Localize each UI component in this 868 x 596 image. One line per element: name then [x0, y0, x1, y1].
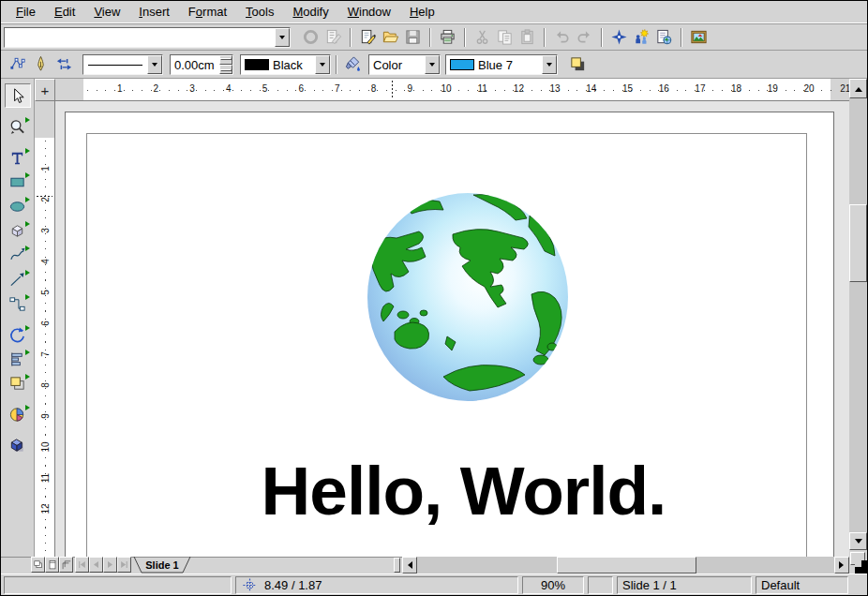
- select-tool-button[interactable]: [5, 83, 31, 108]
- alignment-tool-button[interactable]: [5, 347, 31, 371]
- menu-window[interactable]: Window: [338, 3, 400, 21]
- menu-help[interactable]: Help: [400, 3, 444, 21]
- insert-web-button[interactable]: [653, 27, 675, 48]
- slide-title-text[interactable]: Hello, World.: [79, 452, 848, 529]
- globe-image[interactable]: [365, 191, 571, 403]
- vertical-scrollbar-thumb[interactable]: [849, 204, 867, 282]
- hruler-number: 12: [514, 83, 524, 94]
- url-dropdown-button[interactable]: [275, 28, 290, 47]
- area-style-button[interactable]: [342, 54, 364, 75]
- rectangle-tool-button[interactable]: [5, 170, 31, 194]
- fill-color-dropdown-button[interactable]: [542, 55, 557, 74]
- fill-color-combobox[interactable]: Blue 7: [445, 54, 558, 75]
- horizontal-scrollbar-thumb[interactable]: [557, 557, 696, 574]
- status-panel-zoom[interactable]: 90%: [522, 576, 584, 594]
- menu-insert[interactable]: Insert: [129, 3, 179, 21]
- ruler-ticks: [45, 141, 46, 553]
- arrange-tool-button[interactable]: [5, 371, 31, 395]
- scroll-up-button[interactable]: [849, 79, 867, 98]
- status-panel-slide[interactable]: Slide 1 / 1: [617, 576, 752, 594]
- vertical-scrollbar[interactable]: [849, 79, 867, 550]
- scroll-right-button[interactable]: [834, 557, 849, 574]
- application-window: FileEditViewInsertFormatToolsModifyWindo…: [0, 0, 868, 596]
- zoom-tool-button[interactable]: [5, 114, 31, 139]
- tab-slide-1[interactable]: Slide 1: [133, 557, 191, 574]
- tab-label: Slide 1: [145, 559, 178, 571]
- new-document-icon: [359, 28, 377, 46]
- master-view-button[interactable]: [45, 557, 59, 573]
- spin-down-button[interactable]: [219, 65, 232, 74]
- zoom-icon: [8, 118, 26, 136]
- hruler-number: 16: [659, 83, 669, 94]
- arrow-ends-button[interactable]: [53, 54, 75, 75]
- menu-tools[interactable]: Tools: [236, 3, 283, 21]
- lines-arrows-tool-button[interactable]: [5, 267, 31, 291]
- line-width-value[interactable]: 0.00cm: [171, 55, 219, 74]
- url-field[interactable]: [5, 28, 275, 47]
- fill-type-value[interactable]: Color: [369, 55, 425, 74]
- menu-file[interactable]: File: [7, 3, 45, 21]
- open-button[interactable]: [380, 27, 401, 48]
- line-style-combobox[interactable]: [82, 54, 163, 75]
- menu-modify[interactable]: Modify: [283, 3, 337, 21]
- drawing-canvas[interactable]: Hello, World.: [55, 101, 849, 557]
- line-style-dropdown-button[interactable]: [147, 55, 162, 74]
- vruler-number: 3: [40, 228, 51, 233]
- spin-up-button[interactable]: [219, 55, 232, 65]
- slide-page[interactable]: Hello, World.: [65, 112, 834, 557]
- hruler-number: 2: [154, 83, 159, 94]
- print-button[interactable]: [437, 27, 458, 48]
- fill-type-dropdown-button[interactable]: [425, 55, 440, 74]
- ellipse-tool-button[interactable]: [5, 194, 31, 218]
- objects-3d-tool-button[interactable]: [5, 218, 31, 243]
- long-click-flag-icon: [25, 148, 30, 154]
- curve-tool-button[interactable]: [5, 243, 31, 267]
- fill-color-value[interactable]: Blue 7: [474, 55, 542, 74]
- long-click-flag-icon: [25, 197, 30, 202]
- status-panel-layout[interactable]: Default: [756, 576, 848, 594]
- vertical-ruler[interactable]: 123456789101112: [35, 101, 55, 557]
- copy-icon: [496, 28, 514, 46]
- slide-view-button[interactable]: [31, 557, 45, 573]
- line-pen-button[interactable]: [30, 54, 52, 75]
- curve-icon: [8, 246, 26, 264]
- url-combobox[interactable]: [4, 27, 291, 48]
- navigator-button[interactable]: [608, 27, 630, 48]
- rotate-tool-button[interactable]: [5, 322, 31, 347]
- save-button: [402, 27, 424, 48]
- triangle-right-icon: [839, 561, 847, 569]
- line-color-value[interactable]: Black: [269, 55, 315, 74]
- horizontal-scrollbar[interactable]: [402, 557, 849, 574]
- window-resize-grip[interactable]: [855, 560, 867, 574]
- new-document-button[interactable]: [357, 27, 379, 48]
- tab-scrollbar-splitter[interactable]: [394, 558, 400, 573]
- status-panel-position[interactable]: 8.49 / 1.87: [235, 576, 518, 594]
- scroll-left-button[interactable]: [402, 557, 417, 574]
- line-color-combobox[interactable]: Black: [240, 54, 331, 75]
- shadow-button[interactable]: [567, 54, 589, 75]
- connector-tool-button[interactable]: [5, 291, 31, 316]
- status-panel-empty: [4, 576, 232, 594]
- redo-button: [574, 27, 595, 48]
- menu-format[interactable]: Format: [179, 3, 236, 21]
- rotate-icon: [8, 326, 26, 344]
- menu-view[interactable]: View: [84, 3, 129, 21]
- edit-points-button[interactable]: [7, 54, 28, 75]
- horizontal-ruler[interactable]: 123456789101112131415161718192021: [55, 79, 849, 101]
- redo-icon: [576, 28, 593, 46]
- fill-type-combobox[interactable]: Color: [368, 54, 441, 75]
- line-width-spinner[interactable]: 0.00cm: [170, 54, 233, 75]
- line-color-dropdown-button[interactable]: [315, 55, 330, 74]
- ruler-origin-button[interactable]: +: [35, 79, 55, 101]
- animation-effects-button[interactable]: [631, 27, 652, 48]
- long-click-flag-icon: [25, 270, 30, 276]
- menu-edit[interactable]: Edit: [45, 3, 84, 21]
- text-tool-button[interactable]: [5, 145, 31, 170]
- effects-tool-button[interactable]: [5, 433, 31, 457]
- scroll-down-button[interactable]: [849, 532, 867, 550]
- chevron-up-icon: [220, 58, 232, 60]
- edit-points-icon: [8, 55, 26, 73]
- layer-view-button[interactable]: [59, 557, 73, 573]
- insert-tool-button[interactable]: [5, 402, 31, 426]
- gallery-button[interactable]: [688, 27, 710, 48]
